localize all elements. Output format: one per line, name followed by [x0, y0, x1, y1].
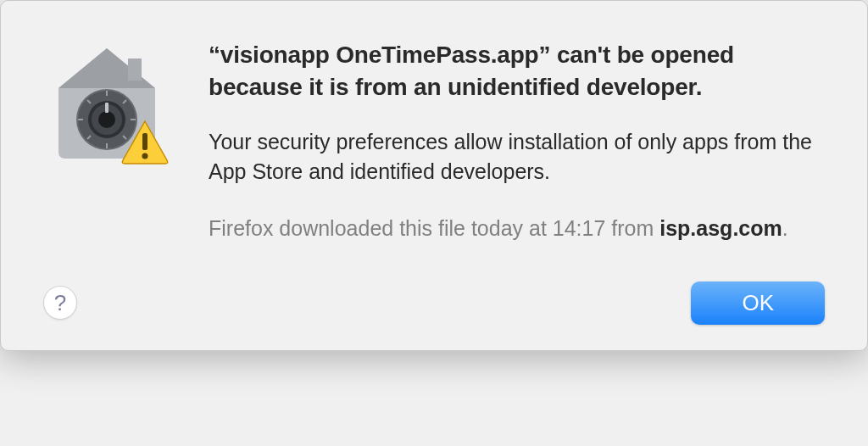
svg-rect-14 [105, 103, 108, 113]
svg-point-13 [98, 111, 115, 128]
svg-rect-15 [142, 133, 147, 150]
security-warning-icon [43, 42, 170, 169]
dialog-body: “visionapp OneTimePass.app” can't be ope… [43, 35, 825, 243]
dialog-text-content: “visionapp OneTimePass.app” can't be ope… [209, 35, 825, 243]
svg-rect-0 [128, 59, 142, 81]
source-suffix-text: . [782, 216, 788, 240]
dialog-title: “visionapp OneTimePass.app” can't be ope… [209, 39, 825, 103]
gatekeeper-alert-dialog: “visionapp OneTimePass.app” can't be ope… [0, 0, 868, 351]
dialog-footer: ? OK [43, 282, 825, 325]
ok-button[interactable]: OK [691, 282, 825, 325]
svg-point-16 [142, 153, 148, 159]
source-domain: isp.asg.com [659, 216, 782, 240]
source-prefix-text: Firefox downloaded this file today at 14… [209, 216, 659, 240]
dialog-message: Your security preferences allow installa… [209, 127, 825, 187]
help-button[interactable]: ? [43, 286, 77, 320]
dialog-download-source: Firefox downloaded this file today at 14… [209, 214, 825, 243]
